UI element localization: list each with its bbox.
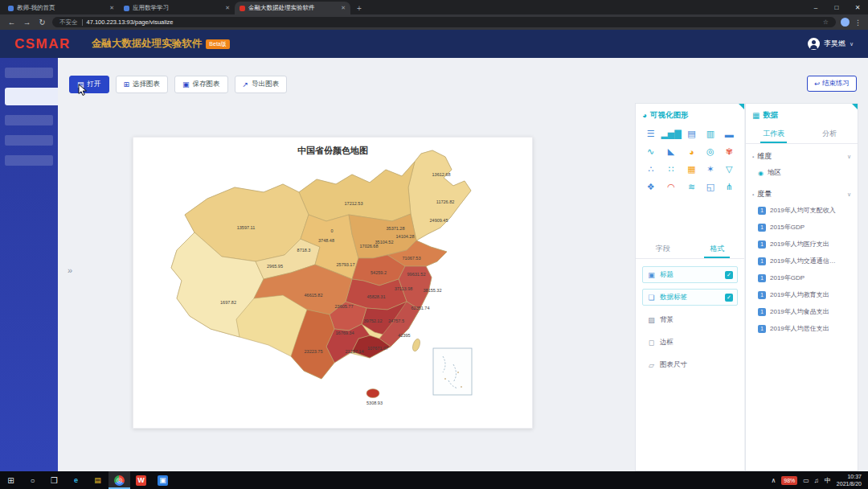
dimension-section-header[interactable]: ▪ 维度 ∨ <box>746 144 858 164</box>
sankey[interactable]: ⋔ <box>721 181 738 193</box>
sidebar-item[interactable] <box>5 68 53 78</box>
close-button[interactable]: ✕ <box>847 0 868 14</box>
sidebar-item[interactable] <box>5 135 53 146</box>
docs[interactable]: ▣ <box>152 471 174 489</box>
bubble[interactable]: ∷ <box>661 163 681 175</box>
table[interactable]: ☰ <box>642 128 659 140</box>
data-tab[interactable]: 工作表 <box>746 125 802 143</box>
tray-expand-icon[interactable]: ∧ <box>771 477 776 484</box>
toolbar-button[interactable]: ▤ 打开 <box>69 76 109 93</box>
toolbar-button[interactable]: ▣ 保存图表 <box>174 76 228 93</box>
finish-practice-button[interactable]: ↩ 结束练习 <box>807 76 857 92</box>
measure-item[interactable]: 1 2019年GDP <box>746 269 858 286</box>
numeric-field-icon: 1 <box>758 207 766 215</box>
radar[interactable]: ✶ <box>702 163 719 175</box>
new-tab-button[interactable]: + <box>357 4 362 13</box>
start-button[interactable]: ⊞ <box>0 471 22 489</box>
browser-tab[interactable]: 金融大数据处理实验软件 ✕ <box>235 2 350 14</box>
viz-tab[interactable]: 格式 <box>690 240 745 258</box>
format-option-row[interactable]: ▱ 图表尺寸 <box>642 356 738 373</box>
heatmap[interactable]: ▦ <box>683 163 700 175</box>
wps[interactable]: W <box>130 471 152 489</box>
browser-tab[interactable]: 教师-我的首页 ✕ <box>3 2 119 14</box>
horizontal-bar[interactable]: ▬ <box>721 128 738 140</box>
section-bullet-icon: ▪ <box>752 192 754 197</box>
measure-item[interactable]: 1 2019年人均可支配收入 <box>746 202 858 219</box>
measure-item[interactable]: 1 2019年人均医疗支出 <box>746 236 858 253</box>
measure-item[interactable]: 1 2019年人均居住支出 <box>746 320 858 337</box>
maximize-button[interactable]: □ <box>826 0 847 14</box>
input-method-indicator[interactable]: 中 <box>825 476 831 485</box>
chevron-down-icon[interactable]: ∨ <box>847 191 851 198</box>
chevron-down-icon[interactable]: ∨ <box>847 154 851 160</box>
rose[interactable]: ✾ <box>721 146 738 158</box>
bar[interactable]: ▂▅▇ <box>661 128 681 140</box>
chart-canvas[interactable]: 中国省份颜色地图 <box>133 137 533 429</box>
word-cloud[interactable]: ≋ <box>683 181 700 193</box>
minimize-button[interactable]: – <box>805 0 826 14</box>
viz-tab[interactable]: 字段 <box>636 240 690 258</box>
gauge[interactable]: ◠ <box>661 181 681 193</box>
measure-item[interactable]: 1 2015年GDP <box>746 219 858 236</box>
browser-menu-icon[interactable]: ⋮ <box>854 18 862 27</box>
reload-button[interactable]: ↻ <box>37 18 47 27</box>
measure-item[interactable]: 1 2019年人均教育支出 <box>746 286 858 303</box>
tray-icon[interactable]: ♫ <box>814 477 819 484</box>
data-tab[interactable]: 分析 <box>802 125 858 143</box>
measure-item[interactable]: 1 2019年人均交通通信… <box>746 253 858 269</box>
main-content: » ▤ 打开 ⊞ 选择图表 ▣ 保存图表 ↗ <box>58 58 868 471</box>
map-data-label: 35371.28 <box>387 226 405 231</box>
pie[interactable]: ◕ <box>683 146 700 158</box>
search-icon[interactable]: ○ <box>22 471 43 489</box>
app-icon: e <box>71 475 81 486</box>
battery-indicator[interactable]: 98% <box>781 476 797 485</box>
app-icon: ◎ <box>114 475 125 486</box>
format-option-row[interactable]: ❏ 数据标签 ✓ <box>642 289 738 306</box>
system-tray: ∧ 98% ▭♫ 中 10:37 2021/8/20 <box>771 473 868 488</box>
task-view-icon[interactable]: ❒ <box>43 471 65 489</box>
checkbox[interactable]: ✓ <box>725 294 733 302</box>
tray-icon[interactable]: ▭ <box>803 477 809 484</box>
format-option-label: 背景 <box>660 315 674 325</box>
map[interactable]: ❖ <box>642 181 659 193</box>
sidebar-item[interactable] <box>5 155 53 166</box>
data-panel: ▦ 数据 工作表 分析 ▪ 维度 ∨ ◉ <box>745 103 858 471</box>
sidebar-item[interactable] <box>5 115 53 125</box>
china-choropleth-map[interactable] <box>133 138 534 429</box>
line[interactable]: ∿ <box>642 146 659 158</box>
browser-tab[interactable]: 应用数学学习 ✕ <box>119 2 235 14</box>
tab-close-icon[interactable]: ✕ <box>341 5 346 11</box>
forward-button[interactable]: → <box>22 18 32 27</box>
scatter[interactable]: ∴ <box>642 163 659 175</box>
browser-profile-avatar[interactable] <box>841 18 850 27</box>
toolbar-button[interactable]: ⊞ 选择图表 <box>116 76 169 93</box>
dimension-item[interactable]: ◉ 地区 <box>746 164 858 182</box>
histogram[interactable]: ▥ <box>702 128 719 140</box>
bookmark-star-icon[interactable]: ☆ <box>823 18 829 26</box>
edge[interactable]: e <box>65 471 87 489</box>
area[interactable]: ◣ <box>661 146 681 158</box>
map-data-label: 71067.53 <box>403 256 421 261</box>
map-data-label: 13597.11 <box>237 225 256 230</box>
panel-expander[interactable]: » <box>68 265 72 275</box>
back-button[interactable]: ← <box>6 18 17 27</box>
stacked-bar[interactable]: ▤ <box>683 128 700 140</box>
measure-section-header[interactable]: ▪ 度量 ∨ <box>746 182 858 202</box>
taskbar-clock[interactable]: 10:37 2021/8/20 <box>837 473 862 488</box>
file-explorer[interactable]: ▤ <box>87 471 108 489</box>
format-option-row[interactable]: ◻ 边框 <box>642 334 738 351</box>
tab-close-icon[interactable]: ✕ <box>109 5 114 11</box>
chrome[interactable]: ◎ <box>108 471 130 489</box>
url-field[interactable]: 不安全 47.100.223.13:93/page/visualize ☆ <box>52 17 836 27</box>
donut[interactable]: ◎ <box>702 146 719 158</box>
user-menu[interactable]: 李昊燃 ∨ <box>808 38 854 50</box>
format-option-row[interactable]: ▨ 背景 <box>642 311 738 328</box>
tab-close-icon[interactable]: ✕ <box>225 5 230 11</box>
format-option-row[interactable]: ▣ 标题 ✓ <box>642 266 738 283</box>
treemap[interactable]: ◱ <box>702 181 719 193</box>
toolbar-button[interactable]: ↗ 导出图表 <box>235 76 288 93</box>
checkbox[interactable]: ✓ <box>725 271 733 279</box>
measure-item[interactable]: 1 2019年人均食品支出 <box>746 303 858 320</box>
funnel[interactable]: ▽ <box>721 163 738 175</box>
sidebar-item-active[interactable] <box>5 88 58 105</box>
